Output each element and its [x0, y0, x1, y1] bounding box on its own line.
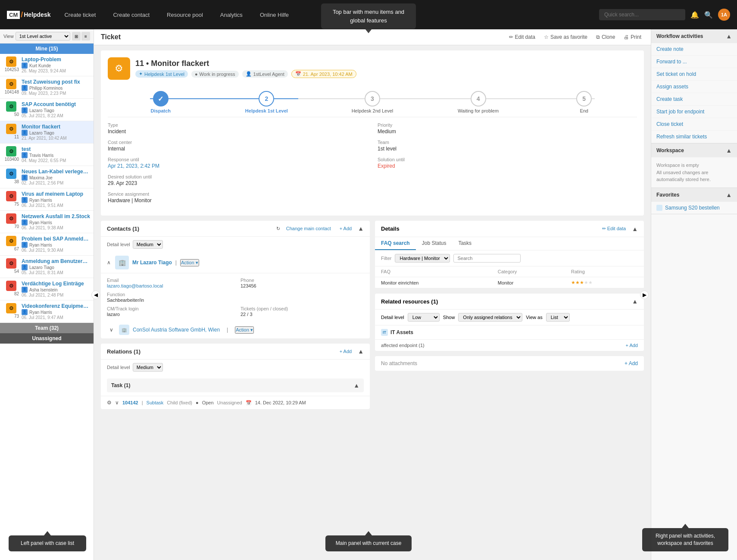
action-create-task[interactable]: Create task	[651, 93, 737, 106]
subtask-id-link[interactable]: 104142	[122, 400, 138, 405]
company-action-button[interactable]: Action ▾	[235, 326, 254, 334]
action-close-ticket[interactable]: Close ticket	[651, 118, 737, 131]
team-header: Team (32)	[0, 323, 94, 333]
subtask-chevron-icon[interactable]: ∨	[115, 400, 119, 406]
relations-collapse-btn[interactable]: ▲	[358, 348, 364, 355]
nav-online-hilfe[interactable]: Online Hilfe	[256, 10, 292, 20]
view-select[interactable]: 1st Level active	[16, 32, 70, 41]
center-panel-annotation: Main panel with current case	[325, 535, 412, 551]
left-panel-collapse-btn[interactable]: ◀	[91, 291, 100, 299]
case-item[interactable]: ⚙ 82 Verdächtige Log Einträge 👤 Asha Ise…	[0, 278, 94, 300]
avatar[interactable]: 1A	[718, 9, 730, 21]
service-assignment-value: Hardware | Monitor	[108, 197, 637, 203]
contacts-collapse-btn[interactable]: ▲	[358, 225, 364, 232]
case-left: ⚙ 104148	[3, 79, 19, 94]
relation-subtask: ⚙ ∨ 104142 | Subtask Child (fixed) ● Ope…	[101, 396, 370, 409]
case-item[interactable]: ⚙ 104253 Laptop-Problem 👤 Kurt Kunde 26.…	[0, 54, 94, 76]
grid-view-icon[interactable]: ⊞	[72, 32, 81, 41]
case-item[interactable]: ⚙ 54 Anmeldung am Benutzerkonto nicht mö…	[0, 256, 94, 278]
relations-card: Relations (1) + Add ▲ Detail level Mediu…	[101, 344, 370, 409]
case-item[interactable]: ⚙ 50 SAP Account benötigt 👤 Lazaro Tiago…	[0, 99, 94, 121]
faq-filter-select[interactable]: Hardware | Monitor	[395, 254, 450, 263]
case-agent: 👤 Ryan Harris	[22, 219, 90, 225]
workflow-step-dispatch[interactable]: ✓ Dispatch	[108, 91, 214, 113]
edit-data-button[interactable]: ✏ Edit data	[506, 33, 538, 41]
workspace-note: All unsaved changes are automatically st…	[656, 169, 732, 183]
workflow-step-helpdesk1[interactable]: 2 Helpdesk 1st Level	[214, 91, 320, 113]
search-icon[interactable]: 🔍	[704, 11, 713, 19]
expand-company-icon[interactable]: ∨	[107, 325, 116, 334]
case-item[interactable]: ⚙ 103400 test 👤 Travis Harris 04. May 20…	[0, 144, 94, 166]
refresh-icon: ↻	[276, 226, 280, 232]
favorite-item[interactable]: Samsung S20 bestellen	[651, 202, 737, 214]
detail-level-select[interactable]: Medium Low High	[133, 240, 163, 249]
nav-resource-pool[interactable]: Resource pool	[163, 10, 206, 20]
action-refresh-similar[interactable]: Refresh similar tickets	[651, 131, 737, 143]
details-tabs: FAQ search Job Status Tasks	[375, 237, 644, 250]
case-item[interactable]: ⚙ 67 Problem bei SAP Anmeldung 👤 Ryan Ha…	[0, 233, 94, 256]
action-start-job-endpoint[interactable]: Start job for endpoint	[651, 106, 737, 118]
subtask-expand-icon[interactable]: ⚙	[107, 400, 112, 406]
tab-job-status[interactable]: Job Status	[416, 237, 453, 250]
list-view-icon[interactable]: ≡	[81, 32, 90, 41]
case-icon: ⚙	[6, 124, 16, 134]
add-contact-button[interactable]: + Add	[337, 225, 354, 232]
add-attachment-button[interactable]: + Add	[625, 360, 638, 366]
case-item[interactable]: ⚙ 104148 Test Zuweisung post fix 👤 Phili…	[0, 76, 94, 99]
team-label: Team	[378, 140, 637, 145]
expand-icon[interactable]: ∧	[107, 260, 111, 266]
relations-detail-level: Detail level Medium Low	[101, 360, 370, 375]
rr-add-button[interactable]: + Add	[626, 343, 638, 348]
task-chevron-icon: ▲	[353, 382, 359, 389]
contact-details: Email lazaro.tiago@bartoso.local Phone 1…	[101, 273, 370, 321]
action-assign-assets[interactable]: Assign assets	[651, 81, 737, 93]
print-button[interactable]: 🖨 Print	[621, 33, 644, 41]
subtask-status: Open	[202, 400, 214, 405]
workflow-step-end[interactable]: 5 End	[531, 91, 637, 113]
case-item-active[interactable]: ⚙ 11 Monitor flackert 👤 Lazaro Tiago 21.…	[0, 121, 94, 144]
right-panel-collapse-btn[interactable]: ▶	[640, 291, 649, 299]
add-relation-button[interactable]: + Add	[337, 348, 354, 355]
action-forward-to[interactable]: Forward to ...	[651, 56, 737, 68]
nav-analytics[interactable]: Analytics	[217, 10, 246, 20]
save-as-favorite-button[interactable]: ☆ Save as favorite	[541, 33, 590, 41]
rr-show-select[interactable]: Only assigned relations All relations	[458, 313, 522, 322]
workflow-step-helpdesk2[interactable]: 3 Helpdesk 2nd Level	[319, 91, 425, 113]
relation-task-expand[interactable]: Task (1) ▲	[107, 379, 364, 392]
view-icons: ⊞ ≡	[72, 32, 90, 41]
tab-tasks[interactable]: Tasks	[452, 237, 478, 250]
case-item[interactable]: ⚙ 75 Virus auf meinem Laptop 👤 Ryan Harr…	[0, 188, 94, 211]
faq-row[interactable]: Monitor einrichten Monitor ★★★★★	[375, 277, 644, 288]
rr-view-as-select[interactable]: List Grid	[546, 313, 570, 322]
action-set-ticket-on-hold[interactable]: Set ticket on hold	[651, 68, 737, 81]
clone-button[interactable]: ⧉ Clone	[593, 33, 618, 41]
case-item[interactable]: ⚙ 73 Videokonferenz Equipment für Zimmer…	[0, 300, 94, 323]
workflow-step-waiting[interactable]: 4 Waiting for problem	[425, 91, 531, 113]
workflow-activities-header[interactable]: Workflow activities ▲	[651, 29, 737, 43]
favorites-header[interactable]: Favorites ▲	[651, 188, 737, 202]
case-date: 26. May 2023, 9:24 AM	[22, 69, 90, 73]
change-main-contact-button[interactable]: Change main contact	[284, 225, 334, 232]
subtask-type-link[interactable]: Subtask	[147, 400, 164, 405]
action-create-note[interactable]: Create note	[651, 43, 737, 56]
faq-search-input[interactable]	[453, 254, 521, 263]
bell-icon[interactable]: 🔔	[690, 11, 699, 19]
nav-create-ticket[interactable]: Create ticket	[61, 10, 99, 20]
details-edit-button[interactable]: ✏ Edit data	[600, 225, 628, 232]
workspace-header[interactable]: Workspace ▲	[651, 144, 737, 157]
contact-action-button[interactable]: Action ▾	[180, 259, 199, 266]
rr-collapse-btn[interactable]: ▲	[632, 298, 638, 305]
nav-create-contact[interactable]: Create contact	[109, 10, 153, 20]
case-item[interactable]: ⚙ 70 Netzwerk Ausfall im 2.Stock 👤 Ryan …	[0, 211, 94, 233]
case-details: Test Zuweisung post fix 👤 Philipp Komnin…	[22, 79, 90, 96]
cost-center-label: Cost center	[108, 140, 367, 145]
favorites-chevron-icon: ▲	[726, 191, 732, 198]
relations-detail-level-select[interactable]: Medium Low	[133, 363, 163, 372]
case-icon: ⚙	[6, 281, 16, 291]
details-collapse-btn[interactable]: ▲	[632, 225, 638, 232]
tab-faq-search[interactable]: FAQ search	[375, 237, 416, 250]
case-item[interactable]: ⚙ 38 Neues Lan-Kabel verlegen in Raum XY…	[0, 166, 94, 188]
rr-detail-level-select[interactable]: Low Medium	[408, 313, 440, 322]
contacts-title: Contacts (1)	[107, 225, 139, 232]
search-input[interactable]	[599, 9, 685, 20]
